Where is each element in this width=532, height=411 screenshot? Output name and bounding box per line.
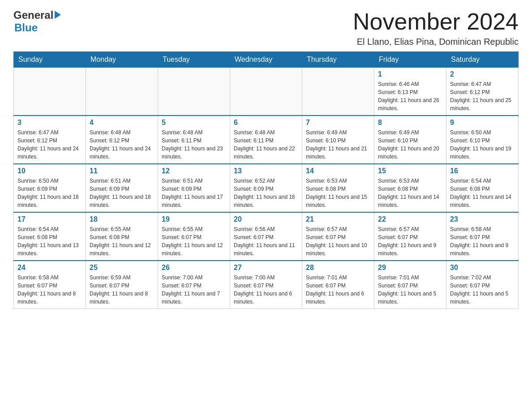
day-number: 13 <box>234 167 298 175</box>
day-info: Sunrise: 6:58 AMSunset: 6:07 PMDaylight:… <box>450 225 515 257</box>
day-number: 7 <box>306 119 370 127</box>
day-number: 6 <box>234 119 298 127</box>
table-row: 8Sunrise: 6:49 AMSunset: 6:10 PMDaylight… <box>374 116 446 164</box>
day-number: 2 <box>450 70 515 78</box>
day-info: Sunrise: 6:47 AMSunset: 6:12 PMDaylight:… <box>17 128 82 161</box>
table-row: 7Sunrise: 6:49 AMSunset: 6:10 PMDaylight… <box>302 116 374 164</box>
table-row <box>158 68 230 116</box>
col-sunday: Sunday <box>14 52 86 68</box>
table-row: 9Sunrise: 6:50 AMSunset: 6:10 PMDaylight… <box>446 116 519 164</box>
day-info: Sunrise: 7:02 AMSunset: 6:07 PMDaylight:… <box>450 274 515 306</box>
day-number: 18 <box>90 215 154 223</box>
table-row: 4Sunrise: 6:48 AMSunset: 6:12 PMDaylight… <box>86 116 158 164</box>
table-row: 27Sunrise: 7:00 AMSunset: 6:07 PMDayligh… <box>230 261 302 309</box>
day-info: Sunrise: 6:50 AMSunset: 6:10 PMDaylight:… <box>450 128 515 161</box>
table-row: 20Sunrise: 6:56 AMSunset: 6:07 PMDayligh… <box>230 212 302 261</box>
day-info: Sunrise: 6:59 AMSunset: 6:07 PMDaylight:… <box>90 274 154 306</box>
day-number: 25 <box>90 264 154 272</box>
day-info: Sunrise: 6:52 AMSunset: 6:09 PMDaylight:… <box>234 177 298 209</box>
col-tuesday: Tuesday <box>158 52 230 68</box>
day-number: 4 <box>90 119 154 127</box>
svg-marker-0 <box>55 11 61 19</box>
day-info: Sunrise: 6:55 AMSunset: 6:08 PMDaylight:… <box>90 225 154 257</box>
day-info: Sunrise: 6:55 AMSunset: 6:07 PMDaylight:… <box>162 225 226 257</box>
day-info: Sunrise: 6:49 AMSunset: 6:10 PMDaylight:… <box>378 128 442 161</box>
table-row <box>14 68 86 116</box>
table-row: 6Sunrise: 6:48 AMSunset: 6:11 PMDaylight… <box>230 116 302 164</box>
calendar-header-row: Sunday Monday Tuesday Wednesday Thursday… <box>14 52 519 68</box>
calendar-title-area: November 2024 El Llano, Elias Pina, Domi… <box>353 9 519 47</box>
table-row: 29Sunrise: 7:01 AMSunset: 6:07 PMDayligh… <box>374 261 446 309</box>
col-friday: Friday <box>374 52 446 68</box>
table-row <box>86 68 158 116</box>
table-row: 2Sunrise: 6:47 AMSunset: 6:12 PMDaylight… <box>446 68 519 116</box>
day-info: Sunrise: 6:47 AMSunset: 6:12 PMDaylight:… <box>450 80 515 112</box>
day-info: Sunrise: 6:48 AMSunset: 6:11 PMDaylight:… <box>162 128 226 161</box>
day-number: 27 <box>234 264 298 272</box>
day-info: Sunrise: 6:51 AMSunset: 6:09 PMDaylight:… <box>90 177 154 209</box>
day-number: 29 <box>378 264 442 272</box>
calendar-week-row: 24Sunrise: 6:58 AMSunset: 6:07 PMDayligh… <box>14 261 519 309</box>
table-row: 22Sunrise: 6:57 AMSunset: 6:07 PMDayligh… <box>374 212 446 261</box>
calendar-week-row: 1Sunrise: 6:46 AMSunset: 6:13 PMDaylight… <box>14 68 519 116</box>
calendar-week-row: 10Sunrise: 6:50 AMSunset: 6:09 PMDayligh… <box>14 164 519 212</box>
table-row: 15Sunrise: 6:53 AMSunset: 6:08 PMDayligh… <box>374 164 446 212</box>
calendar-week-row: 3Sunrise: 6:47 AMSunset: 6:12 PMDaylight… <box>14 116 519 164</box>
table-row: 3Sunrise: 6:47 AMSunset: 6:12 PMDaylight… <box>14 116 86 164</box>
day-info: Sunrise: 7:01 AMSunset: 6:07 PMDaylight:… <box>378 274 442 306</box>
day-number: 10 <box>17 167 82 175</box>
logo-arrow-icon <box>55 10 61 21</box>
day-number: 30 <box>450 264 515 272</box>
table-row: 19Sunrise: 6:55 AMSunset: 6:07 PMDayligh… <box>158 212 230 261</box>
table-row: 13Sunrise: 6:52 AMSunset: 6:09 PMDayligh… <box>230 164 302 212</box>
day-number: 8 <box>378 119 442 127</box>
day-info: Sunrise: 6:49 AMSunset: 6:10 PMDaylight:… <box>306 128 370 161</box>
table-row: 21Sunrise: 6:57 AMSunset: 6:07 PMDayligh… <box>302 212 374 261</box>
day-number: 26 <box>162 264 226 272</box>
table-row: 24Sunrise: 6:58 AMSunset: 6:07 PMDayligh… <box>14 261 86 309</box>
day-number: 23 <box>450 215 515 223</box>
day-info: Sunrise: 6:46 AMSunset: 6:13 PMDaylight:… <box>378 80 442 112</box>
day-info: Sunrise: 6:57 AMSunset: 6:07 PMDaylight:… <box>306 225 370 257</box>
table-row: 11Sunrise: 6:51 AMSunset: 6:09 PMDayligh… <box>86 164 158 212</box>
day-info: Sunrise: 6:50 AMSunset: 6:09 PMDaylight:… <box>17 177 82 209</box>
day-info: Sunrise: 6:53 AMSunset: 6:08 PMDaylight:… <box>378 177 442 209</box>
table-row: 25Sunrise: 6:59 AMSunset: 6:07 PMDayligh… <box>86 261 158 309</box>
day-number: 20 <box>234 215 298 223</box>
day-info: Sunrise: 6:54 AMSunset: 6:08 PMDaylight:… <box>450 177 515 209</box>
day-number: 17 <box>17 215 82 223</box>
day-number: 12 <box>162 167 226 175</box>
table-row: 5Sunrise: 6:48 AMSunset: 6:11 PMDaylight… <box>158 116 230 164</box>
day-number: 19 <box>162 215 226 223</box>
day-number: 24 <box>17 264 82 272</box>
col-monday: Monday <box>86 52 158 68</box>
table-row: 18Sunrise: 6:55 AMSunset: 6:08 PMDayligh… <box>86 212 158 261</box>
table-row: 12Sunrise: 6:51 AMSunset: 6:09 PMDayligh… <box>158 164 230 212</box>
day-number: 22 <box>378 215 442 223</box>
day-info: Sunrise: 6:53 AMSunset: 6:08 PMDaylight:… <box>306 177 370 209</box>
table-row: 28Sunrise: 7:01 AMSunset: 6:07 PMDayligh… <box>302 261 374 309</box>
col-wednesday: Wednesday <box>230 52 302 68</box>
day-info: Sunrise: 7:01 AMSunset: 6:07 PMDaylight:… <box>306 274 370 306</box>
day-info: Sunrise: 6:48 AMSunset: 6:11 PMDaylight:… <box>234 128 298 161</box>
day-number: 1 <box>378 70 442 78</box>
day-info: Sunrise: 6:58 AMSunset: 6:07 PMDaylight:… <box>17 274 82 306</box>
calendar-week-row: 17Sunrise: 6:54 AMSunset: 6:08 PMDayligh… <box>14 212 519 261</box>
table-row: 17Sunrise: 6:54 AMSunset: 6:08 PMDayligh… <box>14 212 86 261</box>
logo-general-text: General <box>13 9 53 21</box>
day-number: 11 <box>90 167 154 175</box>
table-row: 14Sunrise: 6:53 AMSunset: 6:08 PMDayligh… <box>302 164 374 212</box>
logo: General Blue <box>13 9 61 34</box>
table-row: 26Sunrise: 7:00 AMSunset: 6:07 PMDayligh… <box>158 261 230 309</box>
table-row: 1Sunrise: 6:46 AMSunset: 6:13 PMDaylight… <box>374 68 446 116</box>
table-row: 30Sunrise: 7:02 AMSunset: 6:07 PMDayligh… <box>446 261 519 309</box>
page-header: General Blue November 2024 El Llano, Eli… <box>13 9 519 47</box>
table-row: 10Sunrise: 6:50 AMSunset: 6:09 PMDayligh… <box>14 164 86 212</box>
col-thursday: Thursday <box>302 52 374 68</box>
day-number: 28 <box>306 264 370 272</box>
calendar-title: November 2024 <box>353 9 519 34</box>
day-number: 16 <box>450 167 515 175</box>
day-info: Sunrise: 7:00 AMSunset: 6:07 PMDaylight:… <box>162 274 226 306</box>
table-row <box>230 68 302 116</box>
day-info: Sunrise: 6:48 AMSunset: 6:12 PMDaylight:… <box>90 128 154 161</box>
